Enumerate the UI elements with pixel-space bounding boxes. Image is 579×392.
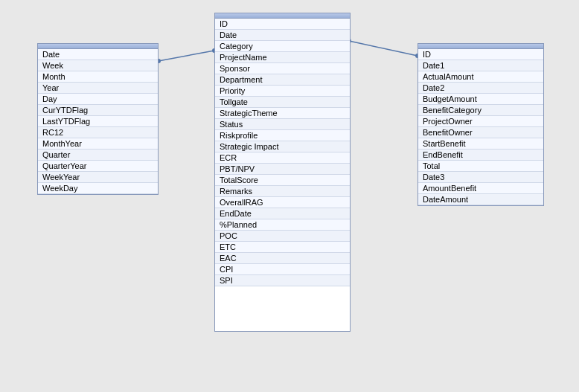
list-item: QuarterYear [38, 161, 158, 172]
list-item: BudgetAmount [418, 94, 543, 105]
list-item: Date3 [418, 172, 543, 183]
list-item: EAC [215, 253, 350, 264]
list-item: ID [215, 19, 350, 30]
amount-facts-table: IDDate1ActualAmountDate2BudgetAmountBene… [418, 43, 544, 206]
list-item: DateAmount [418, 194, 543, 205]
list-item: Tollgate [215, 97, 350, 108]
list-item: StrategicTheme [215, 108, 350, 119]
list-item: Remarks [215, 186, 350, 197]
list-item: EndDate [215, 208, 350, 219]
list-item: Week [38, 60, 158, 71]
list-item: Priority [215, 86, 350, 97]
list-item: ProjectOwner [418, 116, 543, 127]
list-item: Sponsor [215, 63, 350, 74]
list-item: WeekDay [38, 183, 158, 194]
list-item: ID [418, 49, 543, 60]
facts-header [215, 13, 350, 19]
list-item: Quarter [38, 150, 158, 161]
list-item: Total [418, 161, 543, 172]
list-item: EndBenefit [418, 150, 543, 161]
facts-table: IDDateCategoryProjectNameSponsorDepartme… [214, 13, 351, 332]
list-item: ECR [215, 152, 350, 164]
list-item: Date [38, 49, 158, 60]
list-item: ProjectName [215, 52, 350, 63]
facts-body[interactable]: IDDateCategoryProjectNameSponsorDepartme… [215, 19, 350, 331]
list-item: StartBenefit [418, 138, 543, 150]
list-item: Date2 [418, 83, 543, 94]
amount-facts-body: IDDate1ActualAmountDate2BudgetAmountBene… [418, 49, 543, 205]
list-item: PBT/NPV [215, 164, 350, 175]
list-item: Strategic Impact [215, 141, 350, 152]
list-item: TotalScore [215, 175, 350, 186]
list-item: Year [38, 83, 158, 94]
list-item: Department [215, 74, 350, 86]
list-item: OverallRAG [215, 197, 350, 208]
list-item: WeekYear [38, 172, 158, 183]
list-item: Month [38, 71, 158, 83]
master-calendar-header [38, 44, 158, 49]
list-item: RC12 [38, 127, 158, 138]
list-item: %Planned [215, 219, 350, 231]
list-item: AmountBenefit [418, 183, 543, 194]
list-item: Riskprofile [215, 130, 350, 141]
master-calendar-table: DateWeekMonthYearDayCurYTDFlagLastYTDFla… [37, 43, 159, 195]
list-item: LastYTDFlag [38, 116, 158, 127]
list-item: Day [38, 94, 158, 105]
list-item: Date1 [418, 60, 543, 71]
list-item: BenefitOwner [418, 127, 543, 138]
list-item: CurYTDFlag [38, 105, 158, 116]
list-item: Category [215, 41, 350, 52]
master-calendar-body: DateWeekMonthYearDayCurYTDFlagLastYTDFla… [38, 49, 158, 194]
list-item: Status [215, 119, 350, 130]
list-item: SPI [215, 275, 350, 286]
svg-line-0 [159, 51, 214, 61]
list-item: MonthYear [38, 138, 158, 150]
list-item: CPI [215, 264, 350, 275]
amount-facts-header [418, 44, 543, 49]
list-item: POC [215, 231, 350, 242]
list-item: ActualAmount [418, 71, 543, 83]
list-item: BenefitCategory [418, 105, 543, 116]
list-item: Date [215, 30, 350, 41]
svg-line-3 [349, 41, 418, 56]
list-item: ETC [215, 242, 350, 253]
